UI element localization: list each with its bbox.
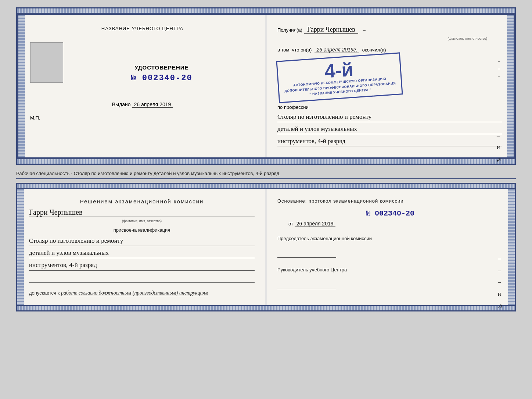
dopuskaetsya-prefix: допускается к — [29, 290, 60, 296]
booklet-content: НАЗВАНИЕ УЧЕБНОГО ЦЕНТРА УДОСТОВЕРЕНИЕ №… — [17, 14, 515, 158]
bottom-left-panel: Решением экзаменационной комиссии Гарри … — [17, 189, 266, 305]
right-dashes: – и ,а ←– – — [497, 132, 506, 165]
top-border-texture — [17, 8, 515, 14]
v-tom-chto-line: в том, что он(а) 26 апреля 2019г. окончи… — [277, 47, 502, 53]
dash1: – — [363, 27, 366, 33]
dopuskaetsya-block: допускается к работе согласно должностны… — [29, 290, 255, 296]
ot-date: 26 апреля 2019 — [295, 221, 335, 227]
fio-label-right: (фамилия, имя, отчество) — [277, 35, 487, 41]
booklet-right-panel: Получил(а) Гарри Чернышев – (фамилия, им… — [266, 15, 514, 157]
protocol-number: № 002340-20 — [277, 209, 503, 218]
bottom-prof-line3: инструментов, 4-й разряд — [29, 260, 255, 270]
mp-line: М.П. — [30, 115, 255, 121]
osnovanie-title: Основание: протокол экзаменационной коми… — [277, 198, 503, 204]
photo-placeholder — [30, 42, 63, 83]
bottom-border-texture — [17, 158, 515, 164]
left-content-block: УДОСТОВЕРЕНИЕ № 002340-20 — [30, 42, 255, 83]
bottom-left-strip — [17, 189, 24, 305]
poluchil-line: Получил(а) Гарри Чернышев – — [277, 26, 502, 34]
predsedatel-label: Председатель экзаменационной комиссии — [277, 236, 503, 241]
resheniem-title: Решением экзаменационной комиссии — [29, 198, 255, 204]
bottom-fio: Гарри Чернышев — [29, 208, 255, 217]
top-booklet: НАЗВАНИЕ УЧЕБНОГО ЦЕНТРА УДОСТОВЕРЕНИЕ №… — [16, 7, 516, 165]
top-date: 26 апреля 2019г. — [314, 47, 359, 53]
ot-prefix: от — [288, 221, 293, 227]
left-text-block: УДОСТОВЕРЕНИЕ № 002340-20 — [69, 42, 255, 83]
bottom-prof-line2: деталей и узлов музыкальных — [29, 248, 255, 258]
vydano-label: Выдано — [112, 101, 131, 107]
fio-top-right: Гарри Чернышев — [304, 26, 358, 34]
udostoverenie-label: УДОСТОВЕРЕНИЕ — [134, 64, 188, 71]
profession-line1: Столяр по изготовлению и ремонту — [277, 112, 502, 122]
profession-block-top: Столяр по изготовлению и ремонту деталей… — [277, 112, 502, 147]
v-tom-label: в том, что он(а) — [277, 47, 312, 53]
bottom-right-strip — [508, 189, 515, 305]
bottom-profession-block: Столяр по изготовлению и ремонту деталей… — [29, 236, 255, 271]
center-title: НАЗВАНИЕ УЧЕБНОГО ЦЕНТРА — [30, 26, 255, 31]
rukovoditel-label: Руководитель учебного Центра — [277, 267, 503, 272]
udostoverenie-number: № 002340-20 — [131, 74, 192, 83]
separator-label: Рабочая специальность - Столяр по изгото… — [16, 168, 516, 179]
dash-r1: – — [498, 58, 500, 64]
okonchil-label: окончил(а) — [362, 47, 386, 53]
vydano-line: Выдано 26 апреля 2019 — [112, 101, 173, 107]
stamp-box: 4-й АВТОНОМНУЮ НЕКОММЕРЧЕСКУЮ ОРГАНИЗАЦИ… — [276, 52, 403, 103]
profession-line2: деталей и узлов музыкальных — [277, 124, 502, 134]
vydano-date: 26 апреля 2019 — [132, 101, 173, 108]
profession-line3: инструментов, 4-й разряд — [277, 136, 502, 146]
po-professii-label: по профессии — [277, 104, 502, 110]
bottom-fio-block: Гарри Чернышев (фамилия, имя, отчество) — [29, 208, 255, 224]
vydano-block: Выдано 26 апреля 2019 — [30, 101, 255, 108]
predsedatel-signature-line — [277, 249, 336, 258]
dash-r3: – — [498, 73, 500, 79]
dash-r2: – — [498, 66, 500, 71]
bottom-top-border — [17, 184, 515, 189]
bottom-fio-label: (фамилия, имя, отчество) — [29, 217, 255, 224]
booklet-left-panel: НАЗВАНИЕ УЧЕБНОГО ЦЕНТРА УДОСТОВЕРЕНИЕ №… — [18, 15, 266, 157]
empty-signature-line — [29, 274, 255, 283]
bottom-booklet: Решением экзаменационной комиссии Гарри … — [16, 183, 516, 311]
bottom-bottom-border — [17, 305, 515, 310]
ot-date-block: от 26 апреля 2019 — [277, 221, 503, 227]
poluchil-prefix: Получил(а) — [277, 27, 302, 33]
bottom-content: Решением экзаменационной комиссии Гарри … — [17, 189, 515, 305]
dopuskaetsya-text: работе согласно должностным (производств… — [61, 290, 208, 296]
stamp-area: 4-й АВТОНОМНУЮ НЕКОММЕРЧЕСКУЮ ОРГАНИЗАЦИ… — [277, 57, 502, 99]
rukovoditel-signature-line — [277, 280, 336, 289]
bottom-prof-line1: Столяр по изготовлению и ремонту — [29, 236, 255, 246]
bottom-right-panel: Основание: протокол экзаменационной коми… — [266, 189, 515, 305]
bottom-right-dashes: – – – и ,а ←– – – – – — [498, 255, 507, 311]
prisvoena-label: присвоена квалификация — [29, 227, 255, 233]
